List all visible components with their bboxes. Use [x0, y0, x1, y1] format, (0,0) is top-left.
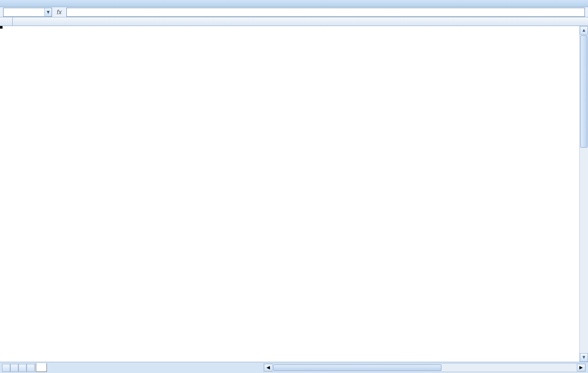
- ribbon-fragment: [0, 0, 588, 7]
- sheet-nav-buttons: [2, 364, 35, 372]
- horizontal-scroll-thumb[interactable]: [273, 364, 442, 371]
- scroll-right-button[interactable]: ▶: [577, 364, 585, 371]
- sheet-nav-first[interactable]: [2, 364, 10, 372]
- sheet-nav-prev[interactable]: [10, 364, 18, 372]
- spreadsheet-grid[interactable]: ▲ ▼: [0, 17, 588, 362]
- horizontal-scrollbar[interactable]: ◀ ▶: [263, 363, 586, 372]
- sheet-tab-active[interactable]: [36, 363, 47, 372]
- fx-icon[interactable]: fx: [52, 9, 66, 16]
- scroll-up-button[interactable]: ▲: [580, 26, 588, 35]
- sheet-nav-next[interactable]: [18, 364, 27, 372]
- vertical-scrollbar[interactable]: ▲ ▼: [579, 26, 588, 362]
- formula-bar-row: ▼ fx: [0, 7, 588, 17]
- name-box[interactable]: ▼: [3, 8, 52, 17]
- name-box-dropdown-icon[interactable]: ▼: [44, 8, 52, 16]
- cells-area[interactable]: [0, 26, 579, 362]
- scroll-left-button[interactable]: ◀: [264, 364, 273, 371]
- formula-bar[interactable]: [66, 8, 585, 17]
- vertical-scroll-thumb[interactable]: [580, 35, 587, 148]
- select-all-corner[interactable]: [0, 17, 13, 26]
- scroll-down-button[interactable]: ▼: [580, 353, 588, 362]
- sheet-nav-last[interactable]: [27, 364, 35, 372]
- sheet-tab-bar: ◀ ▶: [0, 362, 588, 373]
- column-headers: [0, 17, 588, 26]
